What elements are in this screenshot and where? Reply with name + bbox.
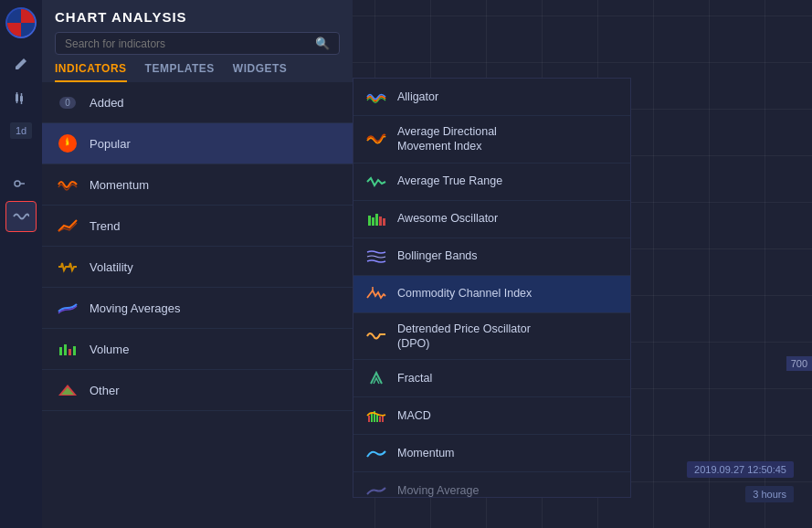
indicator-item-alligator[interactable]: Alligator bbox=[353, 79, 630, 116]
indicator-item-macd[interactable]: MACD bbox=[353, 397, 630, 435]
search-input[interactable] bbox=[65, 37, 310, 50]
wave-icon bbox=[13, 208, 29, 225]
search-icon: 🔍 bbox=[315, 37, 330, 50]
svg-rect-18 bbox=[379, 216, 382, 226]
category-list: 0 Added Popular bbox=[42, 82, 353, 528]
svg-rect-16 bbox=[372, 217, 374, 226]
category-item-volume[interactable]: Volume bbox=[42, 329, 353, 370]
fire-icon bbox=[58, 133, 78, 153]
category-item-volatility[interactable]: Volatility bbox=[42, 247, 353, 288]
dpo-wave-icon bbox=[366, 329, 386, 343]
svg-rect-19 bbox=[383, 218, 385, 226]
tab-templates[interactable]: TEMPLATES bbox=[145, 62, 215, 82]
pencil-icon bbox=[14, 58, 28, 72]
moving-avg-chart-icon bbox=[58, 301, 78, 315]
category-item-other[interactable]: Other bbox=[42, 370, 353, 411]
moving-avg-ind-icon bbox=[366, 480, 386, 498]
admi-wave-icon bbox=[366, 132, 386, 146]
atr-icon bbox=[366, 172, 386, 192]
volatility-icon bbox=[57, 256, 79, 278]
candle-tool-button[interactable] bbox=[5, 82, 37, 113]
awesome-bar-icon bbox=[366, 212, 386, 227]
indicator-item-admi[interactable]: Average Directional Movement Index bbox=[353, 116, 630, 164]
svg-rect-21 bbox=[371, 413, 373, 422]
app-logo bbox=[5, 7, 37, 38]
indicator-item-dpo[interactable]: Detrended Price Oscillator (DPO) bbox=[353, 313, 630, 361]
momentum-ind-wave-icon bbox=[366, 446, 386, 460]
candlestick-icon bbox=[14, 90, 28, 105]
category-item-added[interactable]: 0 Added bbox=[42, 82, 353, 123]
svg-rect-1 bbox=[16, 94, 18, 101]
pencil-tool-button[interactable] bbox=[5, 49, 37, 80]
svg-rect-9 bbox=[59, 347, 62, 355]
fractal-arrow-icon bbox=[366, 371, 386, 385]
main-panel: CHART ANALYSIS 🔍 INDICATORS TEMPLATES WI… bbox=[42, 0, 353, 528]
panel-tabs: INDICATORS TEMPLATES WIDGETS bbox=[55, 62, 340, 82]
svg-rect-11 bbox=[69, 349, 71, 355]
moving-avg-icon bbox=[57, 297, 79, 319]
svg-rect-15 bbox=[368, 216, 371, 226]
bollinger-icon bbox=[366, 247, 386, 267]
draw-tool-button[interactable] bbox=[5, 168, 37, 199]
category-list-container: 0 Added Popular bbox=[42, 82, 353, 528]
other-icon bbox=[57, 379, 79, 401]
added-icon: 0 bbox=[57, 91, 79, 113]
other-arrow-icon bbox=[58, 383, 78, 397]
panel-header: CHART ANALYSIS 🔍 INDICATORS TEMPLATES WI… bbox=[42, 0, 353, 82]
momentum-ind-icon bbox=[366, 443, 386, 463]
alligator-wave-icon bbox=[366, 90, 386, 104]
bollinger-band-icon bbox=[366, 249, 386, 264]
svg-rect-12 bbox=[73, 346, 76, 355]
svg-rect-4 bbox=[20, 96, 23, 101]
left-sidebar: 1d bbox=[0, 0, 42, 528]
dpo-icon bbox=[366, 326, 386, 346]
volume-icon bbox=[57, 338, 79, 360]
tab-indicators[interactable]: INDICATORS bbox=[55, 62, 127, 82]
indicator-item-bollinger[interactable]: Bollinger Bands bbox=[353, 238, 630, 276]
category-item-moving-averages[interactable]: Moving Averages bbox=[42, 288, 353, 329]
panel-title-row: CHART ANALYSIS bbox=[55, 9, 340, 25]
svg-rect-17 bbox=[375, 214, 378, 226]
timestamp-label: 2019.09.27 12:50:45 bbox=[687, 461, 794, 478]
macd-bar-icon bbox=[366, 408, 386, 423]
price-label: 700 bbox=[786, 356, 812, 371]
trend-chart-icon bbox=[58, 218, 78, 233]
volatility-wave-icon bbox=[58, 259, 78, 274]
cci-icon bbox=[366, 284, 386, 304]
volume-bar-icon bbox=[58, 342, 78, 356]
timeframe-label: 3 hours bbox=[745, 486, 794, 502]
indicator-item-fractal[interactable]: Fractal bbox=[353, 360, 630, 397]
search-bar[interactable]: 🔍 bbox=[55, 32, 340, 55]
momentum-icon bbox=[57, 174, 79, 195]
indicator-item-moving-avg[interactable]: Moving Average bbox=[353, 472, 630, 498]
cci-wave-icon bbox=[366, 287, 386, 301]
svg-rect-20 bbox=[368, 416, 370, 422]
draw-icon bbox=[14, 176, 28, 191]
tab-widgets[interactable]: WIDGETS bbox=[233, 62, 288, 82]
category-item-popular[interactable]: Popular bbox=[42, 123, 353, 164]
logo-icon bbox=[7, 9, 35, 37]
popular-icon bbox=[57, 132, 79, 154]
svg-rect-24 bbox=[379, 417, 381, 422]
trend-icon bbox=[57, 215, 79, 237]
momentum-wave-icon bbox=[58, 177, 78, 192]
admi-icon bbox=[366, 129, 386, 149]
wave-tool-button[interactable] bbox=[5, 201, 37, 232]
macd-icon bbox=[366, 406, 386, 426]
indicators-panel: Alligator Average Directional Movement I… bbox=[353, 78, 631, 498]
indicator-item-momentum-ind[interactable]: Momentum bbox=[353, 435, 630, 472]
timeframe-1d-button[interactable]: 1d bbox=[10, 122, 32, 139]
awesome-osc-icon bbox=[366, 209, 386, 229]
moving-avg-ind-chart-icon bbox=[366, 483, 386, 498]
panel-title: CHART ANALYSIS bbox=[55, 9, 187, 25]
atr-wave-icon bbox=[366, 174, 386, 189]
indicator-item-cci[interactable]: Commodity Channel Index bbox=[353, 276, 630, 313]
svg-point-7 bbox=[15, 181, 20, 186]
indicator-item-atr[interactable]: Average True Range bbox=[353, 164, 630, 201]
category-item-trend[interactable]: Trend bbox=[42, 206, 353, 247]
fractal-icon bbox=[366, 368, 386, 388]
category-item-momentum[interactable]: Momentum bbox=[42, 164, 353, 206]
svg-rect-10 bbox=[64, 344, 67, 355]
indicator-item-awesome-osc[interactable]: Awesome Oscillator bbox=[353, 201, 630, 238]
alligator-icon bbox=[366, 87, 386, 107]
